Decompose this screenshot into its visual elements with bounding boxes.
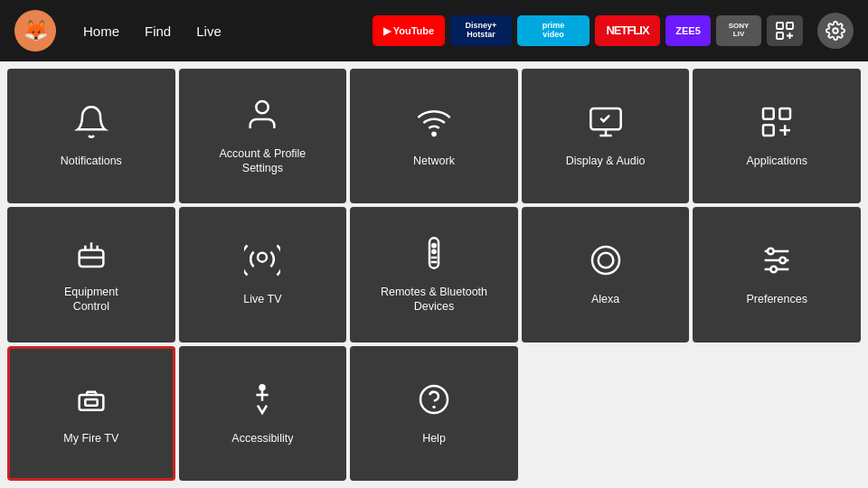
tile-applications[interactable]: Applications — [693, 69, 861, 203]
tile-remotes-label: Remotes & BluetoothDevices — [381, 285, 487, 314]
antenna-icon — [244, 242, 280, 283]
tile-network-label: Network — [413, 154, 455, 168]
tile-account[interactable]: Account & ProfileSettings — [179, 69, 347, 203]
tile-equipment[interactable]: EquipmentControl — [7, 207, 175, 342]
nav-home[interactable]: Home — [74, 20, 128, 42]
sony-label: SONYLIV — [729, 23, 750, 39]
tile-live-tv-label: Live TV — [243, 292, 281, 306]
nav-live[interactable]: Live — [187, 20, 231, 42]
netflix-label: NETFLIX — [606, 24, 648, 37]
alexa-icon — [588, 242, 624, 283]
svg-point-26 — [598, 253, 613, 268]
tile-my-fire-tv[interactable]: My Fire TV — [7, 346, 175, 481]
wifi-icon — [416, 104, 452, 145]
display-icon — [588, 104, 624, 145]
nav-links: Home Find Live — [74, 20, 231, 42]
navbar: 🦊 Home Find Live ▶ YouTube Disney+Hotsta… — [0, 0, 868, 61]
tile-help-label: Help — [422, 431, 446, 446]
svg-rect-2 — [777, 33, 783, 39]
nav-apps: ▶ YouTube Disney+Hotstar primevideo NETF… — [373, 15, 803, 46]
svg-rect-9 — [763, 108, 774, 119]
tile-notifications-label: Notifications — [61, 154, 122, 168]
svg-rect-1 — [787, 23, 793, 29]
app-sony[interactable]: SONYLIV — [716, 15, 761, 46]
tile-notifications[interactable]: Notifications — [7, 69, 175, 203]
svg-point-22 — [432, 250, 435, 253]
tile-account-label: Account & ProfileSettings — [219, 146, 306, 176]
remote-icon — [416, 235, 452, 276]
prime-label: primevideo — [542, 22, 565, 40]
logo-icon: 🦊 — [24, 19, 48, 42]
tile-my-fire-tv-label: My Fire TV — [63, 431, 118, 446]
svg-point-32 — [771, 267, 778, 273]
svg-rect-0 — [777, 23, 783, 29]
app-grid-icon[interactable] — [767, 15, 803, 46]
tile-accessibility[interactable]: Accessibility — [179, 346, 347, 481]
settings-button[interactable] — [817, 13, 854, 49]
tile-live-tv[interactable]: Live TV — [179, 207, 347, 342]
zee5-label: ZEE5 — [675, 25, 701, 36]
tile-alexa-label: Alexa — [591, 292, 619, 306]
tile-display-audio[interactable]: Display & Audio — [522, 69, 690, 203]
settings-grid: Notifications Account & ProfileSettings … — [0, 61, 868, 488]
tile-remotes[interactable]: Remotes & BluetoothDevices — [350, 207, 518, 342]
disney-label: Disney+Hotstar — [466, 22, 497, 40]
svg-rect-34 — [85, 399, 97, 406]
tile-network[interactable]: Network — [350, 69, 518, 203]
tile-preferences[interactable]: Preferences — [693, 207, 861, 342]
gear-icon — [826, 21, 845, 41]
svg-point-5 — [833, 28, 838, 33]
tile-help[interactable]: Help — [350, 346, 518, 481]
tile-equipment-label: EquipmentControl — [64, 285, 118, 314]
tile-applications-label: Applications — [746, 154, 807, 168]
question-icon — [416, 381, 452, 422]
bell-icon — [73, 104, 109, 145]
svg-point-21 — [432, 244, 435, 247]
svg-point-7 — [432, 133, 435, 136]
tile-display-audio-label: Display & Audio — [566, 154, 646, 168]
svg-rect-11 — [763, 125, 774, 136]
svg-point-19 — [258, 253, 267, 262]
tile-accessibility-label: Accessibility — [231, 431, 293, 446]
svg-point-38 — [260, 385, 265, 389]
svg-rect-10 — [780, 108, 791, 119]
app-prime[interactable]: primevideo — [517, 15, 590, 46]
firetv-icon — [73, 381, 109, 422]
tile-alexa[interactable]: Alexa — [522, 207, 690, 342]
app-zee5[interactable]: ZEE5 — [665, 15, 711, 46]
tile-preferences-label: Preferences — [746, 292, 807, 306]
nav-logo[interactable]: 🦊 — [14, 10, 56, 52]
svg-point-39 — [420, 386, 448, 413]
sliders-icon — [759, 242, 795, 283]
apps-grid-icon — [759, 104, 795, 145]
nav-find[interactable]: Find — [136, 20, 180, 42]
accessibility-icon — [244, 381, 280, 422]
tv-remote-icon — [73, 235, 109, 276]
svg-point-25 — [592, 247, 619, 274]
svg-point-31 — [780, 258, 787, 264]
grid-icon — [775, 21, 795, 41]
youtube-label: ▶ YouTube — [383, 25, 434, 36]
person-icon — [244, 97, 280, 137]
app-youtube[interactable]: ▶ YouTube — [373, 15, 445, 46]
svg-point-6 — [257, 101, 269, 113]
svg-point-30 — [768, 249, 774, 255]
app-disney[interactable]: Disney+Hotstar — [450, 15, 512, 46]
app-netflix[interactable]: NETFLIX — [595, 15, 660, 46]
svg-rect-33 — [79, 395, 103, 410]
